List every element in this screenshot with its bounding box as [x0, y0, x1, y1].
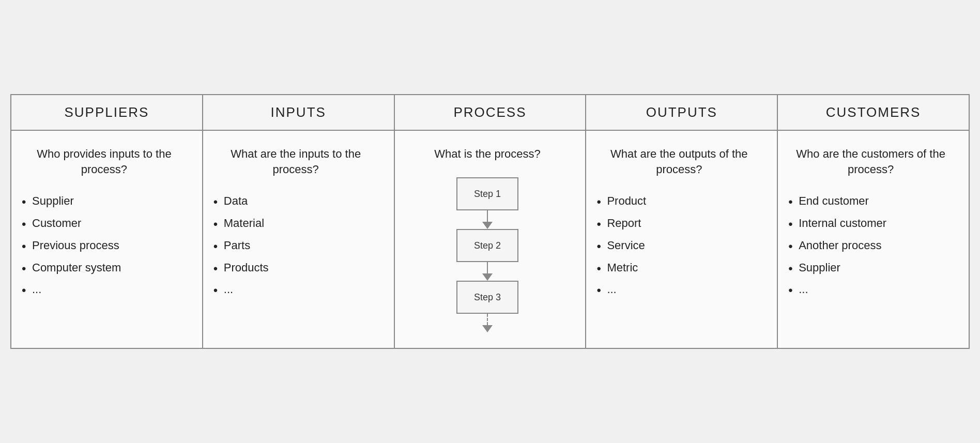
outputs-list: Product Report Service Metric ...: [596, 193, 761, 298]
header-customers: CUSTOMERS: [777, 95, 969, 130]
suppliers-cell: Who provides inputs to the process? Supp…: [11, 130, 203, 349]
sipoc-table: SUPPLIERS INPUTS PROCESS OUTPUTS CUSTOME…: [10, 94, 970, 349]
list-item: ...: [788, 282, 953, 298]
step-2-box: Step 2: [456, 229, 518, 262]
list-item: Material: [213, 216, 378, 232]
list-item: Previous process: [22, 238, 187, 254]
suppliers-list: Supplier Customer Previous process Compu…: [22, 193, 187, 298]
list-item: Supplier: [22, 193, 187, 209]
customers-list: End customer Internal customer Another p…: [788, 193, 953, 298]
list-item: ...: [213, 282, 378, 298]
process-steps: Step 1 Step 2 Step 3: [405, 177, 570, 332]
suppliers-question: Who provides inputs to the process?: [22, 146, 187, 178]
step-1-box: Step 1: [456, 177, 518, 210]
header-process: PROCESS: [394, 95, 586, 130]
list-item: Data: [213, 193, 378, 209]
arrow-1: [482, 210, 493, 229]
arrow-2: [482, 262, 493, 281]
list-item: Customer: [22, 216, 187, 232]
inputs-list: Data Material Parts Products ...: [213, 193, 378, 298]
list-item: Product: [596, 193, 761, 209]
outputs-question: What are the outputs of the process?: [596, 146, 761, 178]
list-item: Internal customer: [788, 216, 953, 232]
header-inputs: INPUTS: [203, 95, 394, 130]
step-3-box: Step 3: [456, 281, 518, 314]
list-item: End customer: [788, 193, 953, 209]
outputs-cell: What are the outputs of the process? Pro…: [586, 130, 777, 349]
process-cell: What is the process? Step 1 Step 2: [394, 130, 586, 349]
header-suppliers: SUPPLIERS: [11, 95, 203, 130]
list-item: Another process: [788, 238, 953, 254]
customers-question: Who are the customers of the process?: [788, 146, 953, 178]
header-outputs: OUTPUTS: [586, 95, 777, 130]
customers-cell: Who are the customers of the process? En…: [777, 130, 969, 349]
list-item: Products: [213, 260, 378, 276]
list-item: Metric: [596, 260, 761, 276]
inputs-cell: What are the inputs to the process? Data…: [203, 130, 394, 349]
list-item: Report: [596, 216, 761, 232]
list-item: Parts: [213, 238, 378, 254]
list-item: Supplier: [788, 260, 953, 276]
list-item: ...: [596, 282, 761, 298]
inputs-question: What are the inputs to the process?: [213, 146, 378, 178]
list-item: ...: [22, 282, 187, 298]
list-item: Computer system: [22, 260, 187, 276]
process-question: What is the process?: [405, 146, 570, 162]
list-item: Service: [596, 238, 761, 254]
arrow-3-dashed: [482, 314, 493, 332]
